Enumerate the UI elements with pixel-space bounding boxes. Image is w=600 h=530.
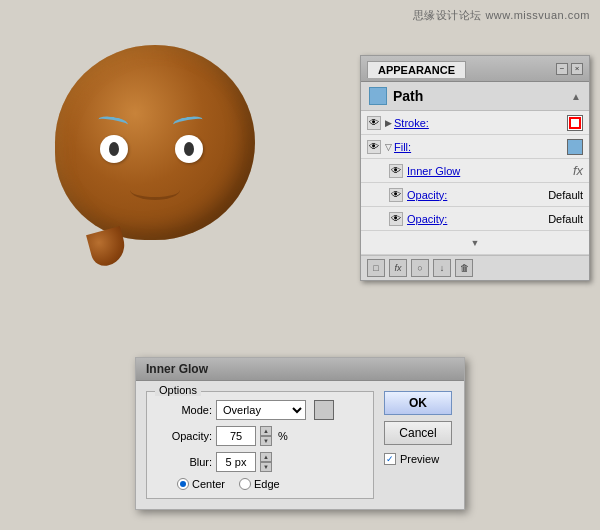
panel-titlebar: APPEARANCE − × bbox=[361, 56, 589, 82]
dialog-buttons: OK Cancel ✓ Preview bbox=[384, 391, 454, 499]
preview-label: Preview bbox=[400, 453, 439, 465]
preview-row[interactable]: ✓ Preview bbox=[384, 453, 454, 465]
inner-glow-label[interactable]: Inner Glow bbox=[407, 165, 569, 177]
mode-select[interactable]: Overlay Normal Multiply Screen bbox=[216, 400, 306, 420]
opacity-row: Opacity: 75 ▲ ▼ % bbox=[157, 426, 363, 446]
dialog-options: Options Mode: Overlay Normal Multiply Sc… bbox=[146, 391, 374, 499]
tab-appearance[interactable]: APPEARANCE bbox=[367, 61, 466, 78]
preview-checkbox[interactable]: ✓ bbox=[384, 453, 396, 465]
cookie-body bbox=[55, 45, 265, 265]
pupil-left bbox=[109, 142, 119, 156]
opacity2-row[interactable]: 👁 Opacity: Default bbox=[361, 207, 589, 231]
eye-left bbox=[100, 135, 128, 163]
radio-center[interactable]: Center bbox=[177, 478, 225, 490]
radio-edge[interactable]: Edge bbox=[239, 478, 280, 490]
opacity2-value: Default bbox=[548, 213, 583, 225]
cookie-circle bbox=[55, 45, 255, 240]
panel-toolbar: □ fx ○ ↓ 🗑 bbox=[361, 255, 589, 280]
opacity-label: Opacity: bbox=[157, 430, 212, 442]
blur-row: Blur: 5 px ▲ ▼ bbox=[157, 452, 363, 472]
fx-icon: fx bbox=[573, 163, 583, 178]
stroke-label[interactable]: Stroke: bbox=[394, 117, 563, 129]
fill-row[interactable]: 👁 ▽ Fill: bbox=[361, 135, 589, 159]
visibility-stroke[interactable]: 👁 bbox=[367, 116, 381, 130]
dialog-body: Options Mode: Overlay Normal Multiply Sc… bbox=[136, 381, 464, 509]
mode-row: Mode: Overlay Normal Multiply Screen bbox=[157, 400, 363, 420]
options-group: Options Mode: Overlay Normal Multiply Sc… bbox=[146, 391, 374, 499]
eyebrow-left bbox=[97, 114, 128, 129]
watermark: 思缘设计论坛 www.missvuan.com bbox=[413, 8, 590, 23]
panel-controls[interactable]: − × bbox=[556, 63, 583, 75]
mode-label: Mode: bbox=[157, 404, 212, 416]
radio-edge-label: Edge bbox=[254, 478, 280, 490]
dialog-title: Inner Glow bbox=[146, 362, 208, 376]
inner-glow-dialog: Inner Glow Options Mode: Overlay Normal … bbox=[135, 357, 465, 510]
radio-group: Center Edge bbox=[157, 478, 363, 490]
opacity-down[interactable]: ▼ bbox=[260, 436, 272, 446]
stroke-swatch[interactable] bbox=[567, 115, 583, 131]
path-label: Path bbox=[393, 88, 565, 104]
cookie-character bbox=[20, 20, 300, 290]
circle-button[interactable]: ○ bbox=[411, 259, 429, 277]
pupil-right bbox=[184, 142, 194, 156]
cancel-button[interactable]: Cancel bbox=[384, 421, 452, 445]
path-icon bbox=[369, 87, 387, 105]
opacity2-label[interactable]: Opacity: bbox=[407, 213, 548, 225]
close-button[interactable]: × bbox=[571, 63, 583, 75]
blur-stepper[interactable]: ▲ ▼ bbox=[260, 452, 272, 472]
visibility-fill[interactable]: 👁 bbox=[367, 140, 381, 154]
delete-button[interactable]: 🗑 bbox=[455, 259, 473, 277]
fx-button[interactable]: fx bbox=[389, 259, 407, 277]
add-new-button[interactable]: □ bbox=[367, 259, 385, 277]
visibility-opacity1[interactable]: 👁 bbox=[389, 188, 403, 202]
inner-glow-row[interactable]: 👁 Inner Glow fx bbox=[361, 159, 589, 183]
eye-right bbox=[175, 135, 203, 163]
opacity-stepper[interactable]: ▲ ▼ bbox=[260, 426, 272, 446]
radio-center-label: Center bbox=[192, 478, 225, 490]
eyebrow-right bbox=[172, 114, 203, 129]
blur-input[interactable]: 5 px bbox=[216, 452, 256, 472]
fill-arrow: ▽ bbox=[385, 142, 392, 152]
minimize-button[interactable]: − bbox=[556, 63, 568, 75]
visibility-inner-glow[interactable]: 👁 bbox=[389, 164, 403, 178]
radio-edge-circle[interactable] bbox=[239, 478, 251, 490]
down-button[interactable]: ↓ bbox=[433, 259, 451, 277]
scroll-down-row: ▼ bbox=[361, 231, 589, 255]
fill-swatch[interactable] bbox=[567, 139, 583, 155]
dialog-titlebar: Inner Glow bbox=[136, 358, 464, 381]
opacity1-row[interactable]: 👁 Opacity: Default bbox=[361, 183, 589, 207]
opacity-input[interactable]: 75 bbox=[216, 426, 256, 446]
blur-up[interactable]: ▲ bbox=[260, 452, 272, 462]
opacity1-label[interactable]: Opacity: bbox=[407, 189, 548, 201]
visibility-opacity2[interactable]: 👁 bbox=[389, 212, 403, 226]
stroke-row[interactable]: 👁 ▶ Stroke: bbox=[361, 111, 589, 135]
scroll-arrow: ▲ bbox=[571, 91, 581, 102]
opacity-unit: % bbox=[278, 430, 288, 442]
stroke-arrow: ▶ bbox=[385, 118, 392, 128]
panel-tabs: APPEARANCE bbox=[367, 59, 466, 78]
opacity-up[interactable]: ▲ bbox=[260, 426, 272, 436]
blur-down[interactable]: ▼ bbox=[260, 462, 272, 472]
mode-color-swatch[interactable] bbox=[314, 400, 334, 420]
options-legend: Options bbox=[155, 384, 201, 396]
blur-label: Blur: bbox=[157, 456, 212, 468]
path-header-row: Path ▲ bbox=[361, 82, 589, 111]
radio-center-circle[interactable] bbox=[177, 478, 189, 490]
fill-label[interactable]: Fill: bbox=[394, 141, 563, 153]
mouth bbox=[130, 180, 180, 200]
opacity1-value: Default bbox=[548, 189, 583, 201]
appearance-panel: APPEARANCE − × Path ▲ 👁 ▶ Stroke: 👁 ▽ Fi… bbox=[360, 55, 590, 281]
ok-button[interactable]: OK bbox=[384, 391, 452, 415]
